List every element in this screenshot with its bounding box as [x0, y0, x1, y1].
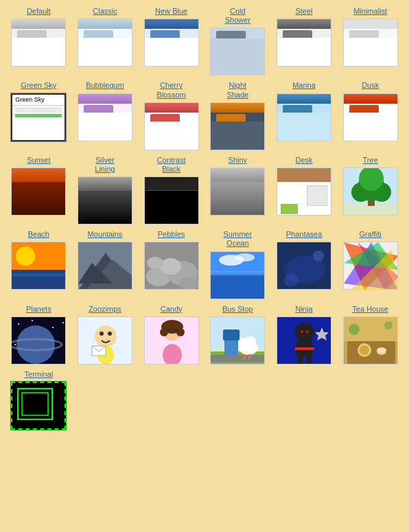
theme-item-classic[interactable]: Classic [73, 7, 137, 67]
theme-item-nightshade[interactable]: NightShade [206, 81, 270, 150]
svg-point-35 [52, 327, 54, 328]
theme-item-newblue[interactable]: New Blue [139, 7, 203, 67]
svg-point-19 [161, 258, 181, 275]
theme-preview-busstop[interactable] [210, 316, 265, 365]
theme-preview-pebbles[interactable] [144, 242, 199, 290]
svg-rect-24 [211, 271, 265, 275]
svg-point-33 [18, 323, 19, 325]
theme-preview-tree[interactable] [343, 167, 398, 216]
theme-item-busstop[interactable]: Bus Stop [206, 305, 270, 365]
theme-label-summerocean: SummerOcean [224, 230, 253, 248]
theme-preview-coldshower[interactable] [210, 27, 265, 76]
theme-item-default[interactable]: Default [7, 7, 71, 67]
theme-label-sunset: Sunset [27, 156, 50, 165]
theme-preview-bubblegum[interactable] [78, 93, 132, 141]
theme-grid: Default Classic New Blue ColdShower [7, 7, 402, 430]
theme-label-greensky: Green Sky [21, 81, 56, 90]
svg-point-26 [235, 253, 255, 262]
theme-preview-steel[interactable] [277, 19, 331, 67]
theme-preview-desk[interactable] [277, 167, 331, 216]
theme-item-beach[interactable]: Beach [7, 230, 71, 290]
theme-preview-newblue[interactable] [144, 19, 199, 67]
theme-item-tree[interactable]: Tree [338, 156, 402, 216]
theme-preview-terminal[interactable] [11, 382, 66, 430]
svg-rect-54 [167, 364, 172, 365]
theme-preview-sunset[interactable] [11, 167, 66, 216]
theme-preview-graffiti[interactable] [343, 242, 398, 290]
theme-preview-dusk[interactable] [343, 93, 398, 141]
theme-item-planets[interactable]: Planets [7, 305, 71, 365]
theme-item-graffiti[interactable]: Graffiti [338, 230, 402, 290]
theme-preview-summerocean[interactable] [210, 251, 265, 299]
theme-item-coldshower[interactable]: ColdShower [206, 7, 270, 76]
svg-point-71 [306, 330, 309, 333]
theme-preview-ninja[interactable] [277, 316, 331, 365]
svg-rect-64 [248, 354, 251, 360]
svg-rect-73 [295, 347, 314, 350]
theme-label-contrastblack: ContrastBlack [157, 156, 186, 174]
theme-preview-planets[interactable] [11, 316, 66, 365]
svg-point-85 [384, 321, 393, 329]
svg-point-38 [16, 325, 55, 364]
theme-label-steel: Steel [295, 7, 312, 16]
theme-preview-contrastblack[interactable] [144, 176, 199, 224]
theme-label-terminal: Terminal [25, 370, 54, 379]
theme-label-classic: Classic [93, 7, 117, 16]
svg-rect-74 [298, 356, 303, 365]
theme-preview-phantasea[interactable] [277, 242, 331, 290]
theme-preview-greensky[interactable]: Green Sky [11, 93, 66, 141]
theme-preview-shiny[interactable] [210, 167, 265, 216]
svg-point-29 [313, 251, 324, 262]
theme-item-summerocean[interactable]: SummerOcean [206, 230, 270, 299]
theme-label-teahouse: Tea House [352, 305, 388, 314]
svg-rect-78 [347, 341, 395, 365]
svg-rect-66 [223, 329, 239, 340]
theme-item-steel[interactable]: Steel [272, 7, 336, 67]
svg-rect-63 [243, 354, 246, 360]
svg-point-42 [100, 332, 104, 336]
theme-item-desk[interactable]: Desk [272, 156, 336, 216]
theme-preview-classic[interactable] [78, 19, 132, 67]
theme-item-cherryblossom[interactable]: CherryBlossom [139, 81, 203, 150]
theme-item-silverlining[interactable]: SilverLining [73, 156, 137, 224]
theme-label-default: Default [27, 7, 51, 16]
theme-item-phantasea[interactable]: Phantasea [272, 230, 336, 290]
theme-item-minimalist[interactable]: Minimalist [338, 7, 402, 67]
theme-item-bubblegum[interactable]: Bubblegum [73, 81, 137, 141]
theme-item-marina[interactable]: Marina [272, 81, 336, 141]
theme-preview-beach[interactable] [11, 242, 66, 290]
theme-label-marina: Marina [292, 81, 316, 90]
theme-item-contrastblack[interactable]: ContrastBlack [139, 156, 203, 224]
theme-preview-teahouse[interactable] [343, 316, 398, 365]
theme-label-coldshower: ColdShower [225, 7, 250, 25]
svg-rect-9 [12, 270, 66, 290]
svg-point-43 [108, 332, 112, 336]
theme-label-planets: Planets [26, 305, 51, 314]
theme-item-ninja[interactable]: Ninja [272, 305, 336, 365]
theme-item-zoozimps[interactable]: Zoozimps [73, 305, 137, 365]
svg-point-36 [62, 322, 64, 323]
theme-item-dusk[interactable]: Dusk [338, 81, 402, 141]
theme-item-greensky[interactable]: Green Sky Green Sky [7, 81, 71, 141]
theme-item-candy[interactable]: Candy [139, 305, 203, 365]
theme-preview-default[interactable] [11, 19, 66, 67]
svg-point-20 [147, 257, 163, 269]
theme-preview-zoozimps[interactable] [78, 316, 132, 365]
theme-preview-nightshade[interactable] [210, 102, 265, 150]
theme-item-terminal[interactable]: Terminal [7, 370, 71, 430]
svg-point-50 [160, 328, 168, 336]
svg-point-84 [349, 324, 360, 335]
theme-item-pebbles[interactable]: Pebbles [139, 230, 203, 290]
theme-item-teahouse[interactable]: Tea House [338, 305, 402, 365]
theme-preview-mountains[interactable] [78, 242, 132, 290]
theme-label-tree: Tree [363, 156, 378, 165]
theme-item-sunset[interactable]: Sunset [7, 156, 71, 216]
theme-preview-cherryblossom[interactable] [144, 102, 199, 150]
theme-preview-silverlining[interactable] [78, 176, 132, 224]
theme-preview-candy[interactable] [144, 316, 199, 365]
theme-item-mountains[interactable]: Mountains [73, 230, 137, 290]
theme-item-shiny[interactable]: Shiny [206, 156, 270, 216]
theme-preview-minimalist[interactable] [343, 19, 398, 67]
theme-label-minimalist: Minimalist [353, 7, 387, 16]
theme-preview-marina[interactable] [277, 93, 331, 141]
